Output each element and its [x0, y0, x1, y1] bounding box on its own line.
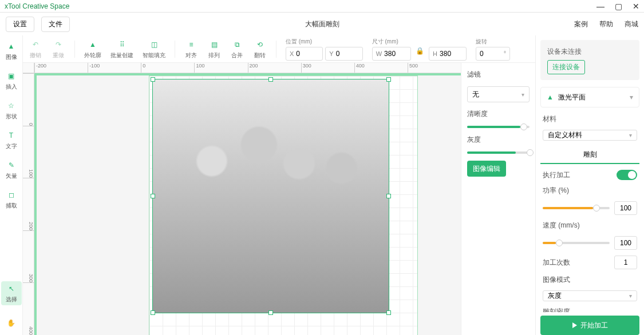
- flip-icon: ⟲: [253, 39, 267, 50]
- density-label: 雕刻密度: [543, 307, 637, 312]
- position-y-input[interactable]: Y: [325, 47, 362, 61]
- undo-icon: ↶: [29, 39, 42, 50]
- start-process-button[interactable]: 开始加工: [540, 316, 639, 335]
- ruler-vertical: 0100200300400: [23, 73, 34, 335]
- window-maximize-icon[interactable]: ▢: [615, 2, 622, 11]
- sharpness-slider[interactable]: [467, 126, 530, 128]
- cursor-icon: ↖: [6, 283, 17, 294]
- size-w-input[interactable]: W: [372, 47, 411, 61]
- batch-icon: ⠿: [115, 39, 129, 50]
- smartfill-icon: ◫: [147, 39, 161, 50]
- process-toggle[interactable]: [617, 170, 637, 180]
- position-x-input[interactable]: X: [286, 47, 323, 61]
- material-label: 材料: [543, 114, 637, 124]
- speed-value[interactable]: 100: [614, 236, 637, 250]
- size-h-input[interactable]: H: [429, 47, 467, 61]
- power-value[interactable]: 100: [614, 201, 637, 215]
- window-close-icon[interactable]: ✕: [633, 2, 639, 11]
- tab-engrave[interactable]: 雕刻: [540, 146, 639, 164]
- device-status-box: 设备未连接 连接设备: [540, 40, 639, 80]
- play-icon: [572, 322, 577, 328]
- chevron-down-icon: ▾: [521, 91, 524, 98]
- chevron-down-icon: ▾: [630, 93, 633, 101]
- file-button[interactable]: 文件: [41, 17, 70, 32]
- sidebar-item-pan[interactable]: ✋: [1, 311, 22, 335]
- passes-value[interactable]: 1: [614, 256, 637, 269]
- align-icon: ≡: [184, 39, 198, 50]
- resize-handle-bm[interactable]: [268, 310, 273, 315]
- outline-icon: ▲: [86, 39, 100, 50]
- material-select[interactable]: 自定义材料▾: [543, 130, 637, 141]
- resize-handle-mr[interactable]: [386, 194, 391, 198]
- grayscale-label: 灰度: [467, 135, 530, 145]
- flip-button[interactable]: ⟲翻转: [253, 39, 267, 59]
- sidebar-item-text[interactable]: T文字: [1, 128, 22, 152]
- insert-icon: ▣: [6, 70, 17, 82]
- outline-button[interactable]: ▲外轮廓: [84, 39, 101, 59]
- sidebar-item-image[interactable]: ▲图像: [1, 39, 22, 63]
- process-label: 执行加工: [543, 170, 570, 180]
- resize-handle-tl[interactable]: [151, 77, 155, 82]
- device-status-text: 设备未连接: [547, 47, 633, 57]
- image-edit-button[interactable]: 图像编辑: [467, 161, 506, 177]
- ruler-corner: [23, 63, 34, 73]
- filter-select[interactable]: 无▾: [467, 86, 530, 102]
- power-slider[interactable]: [543, 207, 610, 209]
- align-button[interactable]: ≡对齐: [184, 39, 198, 59]
- text-icon: T: [6, 130, 17, 141]
- vector-icon: ✎: [6, 159, 17, 171]
- resize-handle-ml[interactable]: [151, 194, 155, 198]
- canvas[interactable]: -200-1000100200300400500 0100200300400: [23, 63, 461, 335]
- power-label: 功率 (%): [543, 186, 637, 196]
- project-mode-title: 大幅面雕刻: [305, 19, 339, 29]
- speed-slider[interactable]: [543, 242, 610, 244]
- filter-label: 滤镜: [467, 70, 530, 79]
- shape-icon: ☆: [6, 100, 17, 111]
- capture-icon: ◻: [6, 189, 17, 201]
- size-label: 尺寸 (mm): [372, 38, 467, 46]
- window-minimize-icon[interactable]: —: [596, 2, 605, 11]
- nav-shop[interactable]: 商城: [625, 19, 638, 29]
- sidebar-item-shape[interactable]: ☆形状: [1, 98, 22, 122]
- laser-plane-icon: ▲: [547, 93, 554, 101]
- connect-device-button[interactable]: 连接设备: [547, 60, 585, 74]
- rotation-label: 旋转: [476, 38, 510, 46]
- redo-icon: ↷: [52, 39, 65, 50]
- chevron-down-icon: ▾: [629, 293, 632, 299]
- hand-icon: ✋: [6, 317, 17, 329]
- chevron-down-icon: ▾: [629, 132, 632, 138]
- redo-button[interactable]: ↷重做: [52, 39, 65, 59]
- smartfill-button[interactable]: ◫智能填充: [143, 39, 165, 59]
- image-mode-label: 图像模式: [543, 275, 637, 285]
- undo-button[interactable]: ↶撤销: [29, 39, 42, 59]
- ruler-horizontal: -200-1000100200300400500: [34, 63, 461, 73]
- settings-button[interactable]: 设置: [6, 17, 34, 32]
- batch-button[interactable]: ⠿批量创建: [110, 39, 133, 59]
- resize-handle-bl[interactable]: [151, 310, 155, 315]
- arrange-icon: ▤: [207, 39, 221, 50]
- selected-image[interactable]: [152, 79, 389, 313]
- sidebar-item-capture[interactable]: ◻捕取: [1, 188, 22, 212]
- resize-handle-tr[interactable]: [386, 77, 391, 82]
- arrange-button[interactable]: ▤排列: [207, 39, 221, 59]
- grayscale-slider[interactable]: [467, 151, 530, 154]
- resize-handle-br[interactable]: [386, 310, 391, 315]
- nav-help[interactable]: 帮助: [599, 19, 613, 29]
- speed-label: 速度 (mm/s): [543, 221, 637, 230]
- image-icon: ▲: [6, 41, 17, 52]
- position-label: 位置 (mm): [286, 38, 363, 46]
- rotation-input[interactable]: °: [476, 47, 510, 61]
- sharpness-label: 清晰度: [467, 109, 530, 119]
- lock-aspect-icon[interactable]: 🔒: [413, 47, 426, 61]
- combine-icon: ⧉: [230, 39, 244, 50]
- laser-mode-select[interactable]: ▲ 激光平面 ▾: [540, 87, 639, 107]
- resize-handle-tm[interactable]: [268, 77, 273, 82]
- nav-cases[interactable]: 案例: [574, 19, 588, 29]
- sidebar-item-vector[interactable]: ✎矢量: [1, 158, 22, 182]
- app-title: xTool Creative Space: [5, 2, 69, 10]
- passes-label: 加工次数: [543, 258, 570, 268]
- combine-button[interactable]: ⧉合并: [230, 39, 244, 59]
- sidebar-item-select[interactable]: ↖选择: [1, 281, 22, 305]
- image-mode-select[interactable]: 灰度▾: [543, 290, 637, 301]
- sidebar-item-insert[interactable]: ▣插入: [1, 69, 22, 93]
